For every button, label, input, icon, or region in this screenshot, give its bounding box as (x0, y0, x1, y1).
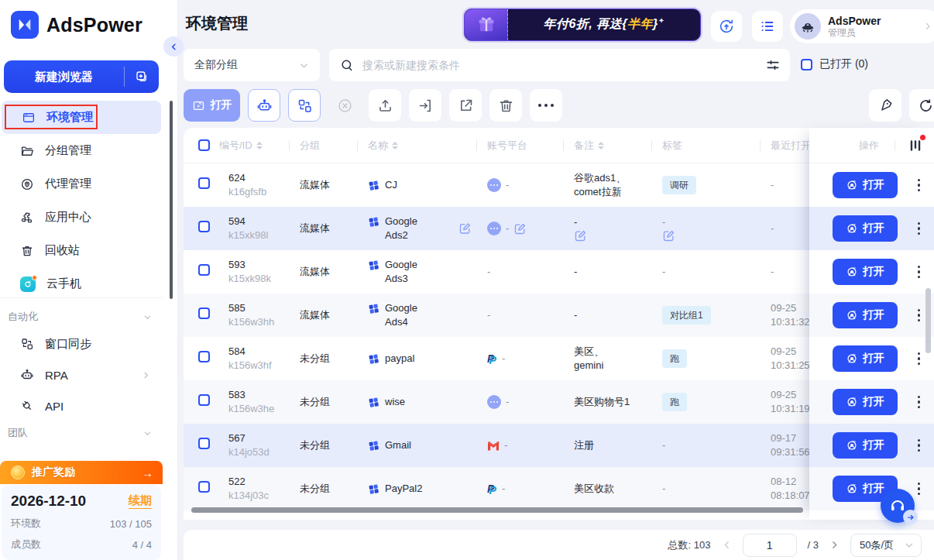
column-header-5[interactable]: 备注 (563, 139, 651, 153)
platform-generic-icon (487, 222, 501, 235)
cell-group: 未分组 (289, 438, 357, 452)
sidebar-item-env[interactable]: 环境管理 (2, 101, 161, 134)
sidebar-item-cloudphone[interactable]: 云手机 (0, 267, 163, 301)
refresh-icon (918, 98, 934, 114)
referral-reward-banner[interactable]: 推广奖励 → (0, 461, 163, 484)
edit-name-icon[interactable] (458, 222, 472, 235)
new-browser-button[interactable]: 新建浏览器 (4, 60, 159, 93)
delete-button[interactable] (489, 89, 522, 122)
cell-id: 585k156w3hh (218, 301, 289, 329)
cell-tag: - (651, 482, 760, 496)
next-page-icon[interactable] (829, 540, 840, 550)
vertical-scrollbar[interactable] (925, 288, 931, 353)
sort-icon[interactable] (256, 142, 263, 149)
batch-create-icon[interactable] (125, 70, 159, 84)
group-filter-select[interactable]: 全部分组 (184, 49, 320, 81)
column-header-3[interactable]: 名称 (357, 139, 476, 153)
page-size-select[interactable]: 50条/页 (850, 534, 922, 557)
edit-tag-icon[interactable] (662, 229, 760, 242)
more-actions-button[interactable] (530, 89, 562, 122)
annual-promo-banner[interactable]: 年付6折, 再送{半年}✦ (464, 9, 701, 41)
open-environment-button[interactable]: 打开 (833, 215, 898, 242)
cell-id: 594k15xk98l (218, 215, 289, 242)
horizontal-scrollbar[interactable] (191, 507, 803, 513)
row-more-menu-icon[interactable] (918, 439, 921, 452)
page-number-input[interactable]: 1 (743, 534, 797, 557)
robot-icon (256, 98, 273, 114)
rpa-task-button[interactable] (248, 89, 280, 122)
sidebar-collapse-button[interactable] (163, 36, 184, 57)
env-tiles-icon (368, 216, 379, 228)
filter-sliders-icon[interactable] (765, 57, 781, 73)
sidebar-item-recycle[interactable]: 回收站 (0, 234, 163, 267)
row-checkbox[interactable] (190, 177, 218, 193)
open-environment-button[interactable]: 打开 (833, 259, 898, 285)
sort-icon[interactable] (392, 142, 398, 149)
cell-id: 624k16gfsfb (218, 171, 289, 199)
edit-platform-icon[interactable] (513, 222, 527, 235)
share-button[interactable] (449, 89, 482, 122)
support-button[interactable] (881, 489, 915, 523)
row-checkbox[interactable] (190, 264, 218, 280)
renew-link[interactable]: 续期 (129, 493, 152, 509)
open-environment-button[interactable]: 打开 (833, 432, 898, 459)
cell-id: 567k14jo53d (218, 431, 289, 459)
opened-filter-checkbox[interactable]: 已打开 (0) (801, 57, 868, 71)
search-bar[interactable] (329, 49, 790, 81)
gmail-icon (487, 441, 500, 451)
sort-icon[interactable] (598, 142, 604, 149)
row-checkbox[interactable] (190, 481, 218, 496)
row-more-menu-icon[interactable] (918, 179, 921, 192)
row-checkbox[interactable] (190, 438, 218, 453)
edit-note-icon[interactable] (574, 229, 651, 242)
open-selected-button[interactable]: 打开 (184, 89, 240, 122)
import-button[interactable] (409, 89, 441, 122)
sidebar-item-apps[interactable]: 应用中心 (0, 201, 163, 234)
open-environment-button[interactable]: 打开 (833, 172, 898, 198)
search-input[interactable] (362, 59, 765, 71)
cell-name: Google Ads2 (357, 215, 476, 242)
open-environment-button[interactable]: 打开 (833, 345, 898, 372)
row-checkbox[interactable] (190, 351, 218, 366)
sidebar-item-api[interactable]: API (0, 390, 163, 421)
select-all-checkbox[interactable] (190, 139, 218, 151)
task-list-button[interactable] (752, 11, 783, 42)
section-header-团队[interactable]: 团队 (0, 421, 163, 445)
sidebar-item-winsync[interactable]: 窗口同步 (0, 328, 163, 359)
refresh-button[interactable] (909, 89, 934, 122)
column-label: 最近打开 (771, 139, 811, 153)
sync-button[interactable] (711, 11, 742, 42)
open-environment-button[interactable]: 打开 (833, 389, 898, 415)
checkbox-icon[interactable] (801, 59, 812, 70)
row-checkbox[interactable] (190, 221, 218, 236)
section-header-自动化[interactable]: 自动化 (0, 305, 163, 328)
prev-page-icon[interactable] (722, 540, 732, 550)
new-browser-label: 新建浏览器 (4, 70, 124, 84)
row-more-menu-icon[interactable] (918, 266, 921, 279)
sidebar-item-groups[interactable]: 分组管理 (0, 134, 163, 167)
row-more-menu-icon[interactable] (918, 222, 921, 235)
cell-group: 未分组 (289, 395, 357, 409)
tag-icon (877, 98, 894, 114)
row-checkbox[interactable] (190, 394, 218, 410)
row-more-menu-icon[interactable] (918, 483, 921, 496)
window-arrange-button[interactable] (288, 89, 321, 122)
row-more-menu-icon[interactable] (918, 396, 921, 409)
tag-manage-button[interactable] (869, 89, 901, 122)
export-button[interactable] (369, 89, 401, 122)
column-settings-icon[interactable] (907, 137, 924, 154)
chrome-icon (846, 352, 858, 365)
open-environment-button[interactable]: 打开 (833, 302, 898, 328)
page-total: / 3 (808, 539, 819, 551)
env-tiles-icon (368, 259, 379, 271)
row-more-menu-icon[interactable] (918, 309, 921, 322)
column-header-4: 账号平台 (476, 139, 563, 153)
action-row: 打开 (809, 337, 934, 380)
user-profile[interactable]: AdsPower 管理员 (790, 9, 934, 43)
column-header-1[interactable]: 编号/ID (218, 139, 289, 153)
sidebar-scrollbar[interactable] (170, 101, 173, 299)
sidebar-item-rpa[interactable]: RPA (0, 359, 163, 390)
row-checkbox[interactable] (190, 307, 218, 323)
sidebar-item-proxy[interactable]: 代理管理 (0, 167, 163, 201)
row-more-menu-icon[interactable] (918, 352, 921, 366)
